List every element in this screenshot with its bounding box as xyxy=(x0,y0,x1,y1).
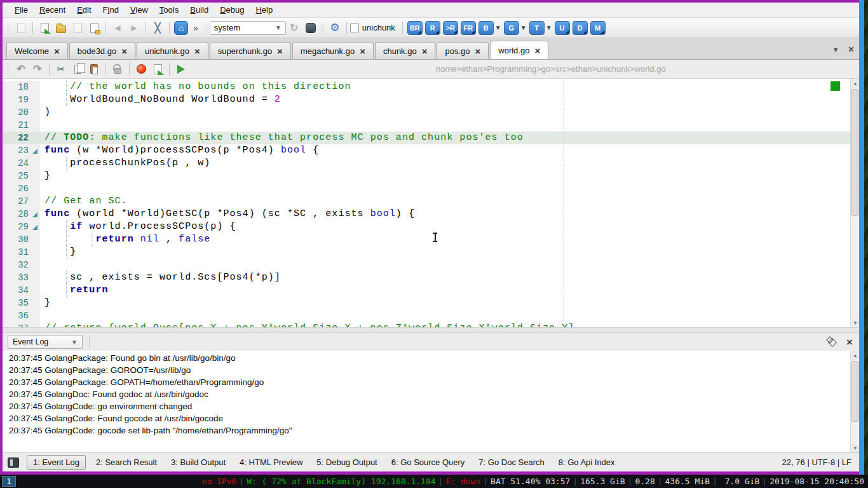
undo-button[interactable]: ↶ xyxy=(13,62,29,77)
close-tab-icon[interactable]: × xyxy=(360,46,365,56)
close-tab-icon[interactable]: × xyxy=(475,46,481,56)
tab-superchunk-go[interactable]: superchunk.go× xyxy=(210,42,291,59)
new-file-button[interactable] xyxy=(13,20,29,36)
close-tab-button[interactable]: × xyxy=(848,44,854,55)
action-button-g[interactable]: G xyxy=(504,21,519,35)
toggle-panel-icon[interactable] xyxy=(8,458,19,468)
panel-tab-1[interactable]: 1: Event Log xyxy=(27,455,86,470)
panel-splitter[interactable] xyxy=(3,327,859,333)
toolbar-drag-handle-2[interactable] xyxy=(204,22,208,34)
fold-marker-icon[interactable] xyxy=(32,149,37,154)
copy-button[interactable] xyxy=(70,62,85,77)
tab-bode3d-go[interactable]: bode3d.go× xyxy=(69,42,135,59)
code-line-21[interactable]: 21 xyxy=(3,119,850,132)
stop-button[interactable] xyxy=(303,20,318,36)
editor-scrollbar[interactable]: ▲ ▼ xyxy=(850,79,859,327)
action-button-fr[interactable]: FR xyxy=(461,21,476,35)
code-line-37[interactable]: 37// return {world.Oucs[pos.X + pos.Y*wo… xyxy=(3,322,850,327)
play-macro-button[interactable] xyxy=(150,62,165,77)
record-macro-button[interactable] xyxy=(133,62,149,77)
output-panel-select[interactable]: Event Log ▼ xyxy=(8,335,83,349)
code-line-28[interactable]: 28func (world *World)GetSC(p *Pos4) (sc … xyxy=(3,208,850,220)
chevron-down-icon[interactable]: ▼ xyxy=(546,24,552,31)
menu-edit[interactable]: Edit xyxy=(71,4,97,16)
action-button-u[interactable]: U xyxy=(555,21,570,35)
tab-list-dropdown[interactable]: ▼ xyxy=(832,46,839,53)
home-button[interactable]: ⌂ xyxy=(173,20,189,36)
panel-tab-5[interactable]: 5: Debug Output xyxy=(316,458,377,467)
action-button-t[interactable]: T xyxy=(529,21,545,35)
scroll-down-icon[interactable]: ▼ xyxy=(851,318,859,327)
tab-unichunk-go[interactable]: unichunk.go× xyxy=(137,42,208,59)
close-panel-icon[interactable]: × xyxy=(846,337,853,348)
redo-button[interactable]: ↷ xyxy=(30,62,45,77)
fold-marker-icon[interactable] xyxy=(32,212,37,217)
panel-tab-4[interactable]: 4: HTML Preview xyxy=(240,458,302,467)
paste-button[interactable] xyxy=(86,62,102,77)
workspace-button[interactable]: 1 xyxy=(2,476,16,487)
action-button-br[interactable]: BR xyxy=(407,21,423,35)
code-line-26[interactable]: 26 xyxy=(3,182,850,195)
toolbar-overflow-button[interactable]: » xyxy=(189,23,202,33)
code-line-30[interactable]: 30 return nil , false xyxy=(3,233,850,246)
goto-line-button[interactable] xyxy=(173,62,189,77)
code-line-29[interactable]: 29 if world.ProcessSCPos(p) { xyxy=(3,220,850,233)
menu-find[interactable]: Find xyxy=(97,4,125,16)
save-all-button[interactable] xyxy=(86,20,102,36)
menu-file[interactable]: File xyxy=(9,4,34,16)
tab-world-go[interactable]: world.go× xyxy=(490,41,548,59)
log-scrollbar[interactable]: ▲ ▼ xyxy=(850,351,859,452)
menu-help[interactable]: Help xyxy=(250,4,278,16)
menu-tools[interactable]: Tools xyxy=(154,4,184,16)
scroll-up-icon[interactable]: ▲ xyxy=(851,79,859,88)
code-line-22[interactable]: 22// TODO: make functions like these tha… xyxy=(3,132,850,144)
panel-tab-7[interactable]: 7: Go Doc Search xyxy=(478,458,544,467)
chevron-down-icon[interactable]: ▼ xyxy=(520,24,527,31)
reload-env-button[interactable]: ↻ xyxy=(287,20,302,36)
toolbar-drag-handle[interactable] xyxy=(7,22,11,34)
tools-button[interactable]: ╳ xyxy=(150,20,165,36)
forward-button[interactable]: ► xyxy=(126,20,142,36)
close-tab-icon[interactable]: × xyxy=(194,46,200,56)
menu-view[interactable]: View xyxy=(125,4,154,16)
code-line-18[interactable]: 18 // the world has no bounds on this di… xyxy=(3,81,850,93)
scroll-up-icon[interactable]: ▲ xyxy=(851,351,859,360)
log-scroll-thumb[interactable] xyxy=(851,361,858,422)
code-line-24[interactable]: 24 processChunkPos(p , w) xyxy=(3,157,850,170)
tab-pos-go[interactable]: pos.go× xyxy=(437,42,489,59)
close-tab-icon[interactable]: × xyxy=(534,46,540,55)
toolbar-drag-handle-3[interactable] xyxy=(321,22,325,34)
close-tab-icon[interactable]: × xyxy=(422,46,428,56)
action-button-m[interactable]: M xyxy=(590,21,606,35)
cut-button[interactable]: ✂ xyxy=(53,62,69,77)
save-button[interactable] xyxy=(70,20,85,36)
tab-Welcome[interactable]: Welcome× xyxy=(6,42,68,59)
event-log-view[interactable]: 20:37:45 GolangPackage: Found go bin at … xyxy=(3,351,859,452)
code-line-31[interactable]: 31 } xyxy=(3,246,850,259)
code-line-33[interactable]: 33 sc , exists = world.Scs[Pos4(*p)] xyxy=(3,271,850,284)
open-file-button[interactable] xyxy=(37,20,52,36)
code-line-19[interactable]: 19 WorldBound_NoBound WorldBound = 2 xyxy=(3,93,850,106)
code-line-23[interactable]: 23func (w *World)processSCPos(p *Pos4) b… xyxy=(3,144,850,157)
scroll-down-icon[interactable]: ▼ xyxy=(851,444,859,452)
close-tab-icon[interactable]: × xyxy=(277,46,283,56)
lock-button[interactable] xyxy=(110,62,125,77)
target-checkbox[interactable] xyxy=(350,24,359,32)
back-button[interactable]: ◄ xyxy=(110,20,125,36)
close-tab-icon[interactable]: × xyxy=(121,46,127,56)
build-config-button[interactable]: ⚙ xyxy=(327,20,342,36)
code-line-25[interactable]: 25} xyxy=(3,170,850,182)
fold-marker-icon[interactable] xyxy=(32,225,37,230)
panel-tab-3[interactable]: 3: Build Output xyxy=(171,458,226,467)
code-line-20[interactable]: 20) xyxy=(3,106,850,119)
code-line-27[interactable]: 27// Get an SC. xyxy=(3,195,850,208)
code-line-32[interactable]: 32 xyxy=(3,259,850,271)
panel-tab-2[interactable]: 2: Search Result xyxy=(96,458,157,467)
edit-toolbar-drag-handle[interactable] xyxy=(7,63,11,76)
action-button-b[interactable]: B xyxy=(478,21,494,35)
float-panel-icon[interactable] xyxy=(827,337,836,346)
close-tab-icon[interactable]: × xyxy=(54,46,60,56)
action-button-gtr[interactable]: >R xyxy=(443,21,458,35)
action-button-r[interactable]: R xyxy=(425,21,440,35)
code-editor[interactable]: 18 // the world has no bounds on this di… xyxy=(3,79,859,327)
